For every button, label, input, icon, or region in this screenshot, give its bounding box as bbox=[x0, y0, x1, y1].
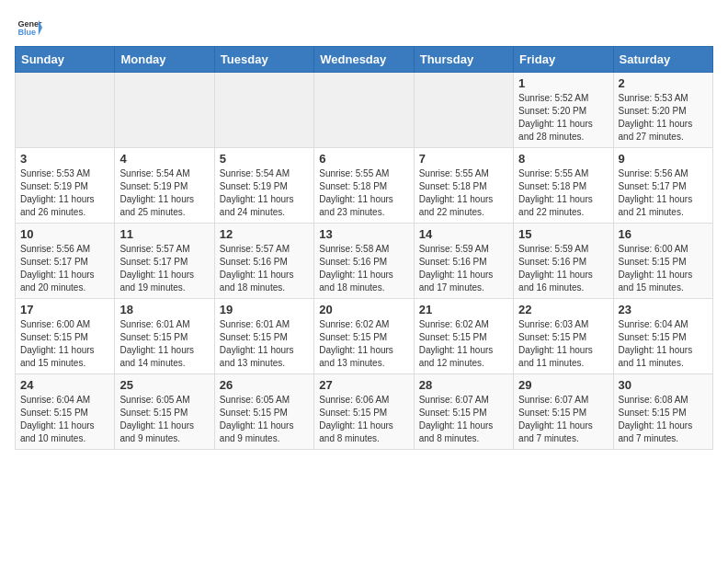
cell-text: Sunset: 5:15 PM bbox=[319, 331, 408, 344]
cell-text: Sunrise: 5:53 AM bbox=[20, 167, 109, 180]
calendar-cell: 7Sunrise: 5:55 AMSunset: 5:18 PMDaylight… bbox=[414, 148, 513, 224]
cell-text: Sunset: 5:15 PM bbox=[20, 331, 109, 344]
calendar-cell: 24Sunrise: 6:04 AMSunset: 5:15 PMDayligh… bbox=[16, 374, 115, 450]
cell-text: Daylight: 11 hours and 18 minutes. bbox=[220, 269, 309, 294]
cell-text: Daylight: 11 hours and 24 minutes. bbox=[220, 193, 309, 219]
calendar-week-3: 10Sunrise: 5:56 AMSunset: 5:17 PMDayligh… bbox=[16, 224, 713, 299]
cell-text: Sunrise: 5:57 AM bbox=[220, 243, 309, 256]
calendar-cell: 11Sunrise: 5:57 AMSunset: 5:17 PMDayligh… bbox=[115, 224, 214, 299]
day-number: 21 bbox=[419, 303, 508, 316]
cell-text: Sunrise: 5:59 AM bbox=[518, 243, 608, 256]
column-header-monday: Monday bbox=[115, 47, 214, 73]
cell-text: Sunset: 5:15 PM bbox=[119, 331, 209, 344]
day-number: 18 bbox=[119, 303, 209, 316]
cell-text: Sunset: 5:17 PM bbox=[619, 180, 708, 193]
calendar-cell: 6Sunrise: 5:55 AMSunset: 5:18 PMDaylight… bbox=[314, 148, 414, 224]
day-number: 15 bbox=[518, 227, 608, 241]
calendar-cell bbox=[314, 73, 414, 148]
cell-text: Sunset: 5:19 PM bbox=[220, 180, 309, 193]
cell-text: Daylight: 11 hours and 13 minutes. bbox=[220, 344, 309, 370]
cell-text: Daylight: 11 hours and 14 minutes. bbox=[119, 344, 209, 370]
cell-text: Sunset: 5:15 PM bbox=[619, 331, 708, 344]
cell-text: Daylight: 11 hours and 25 minutes. bbox=[119, 193, 209, 219]
cell-text: Sunset: 5:16 PM bbox=[319, 256, 408, 269]
calendar-table: SundayMondayTuesdayWednesdayThursdayFrid… bbox=[15, 46, 713, 450]
day-number: 14 bbox=[419, 227, 508, 241]
day-number: 29 bbox=[518, 378, 608, 392]
calendar-cell: 3Sunrise: 5:53 AMSunset: 5:19 PMDaylight… bbox=[16, 148, 115, 224]
day-number: 2 bbox=[619, 76, 708, 90]
calendar-week-2: 3Sunrise: 5:53 AMSunset: 5:19 PMDaylight… bbox=[16, 148, 713, 224]
day-number: 26 bbox=[220, 378, 309, 392]
cell-text: Sunrise: 6:02 AM bbox=[319, 318, 408, 331]
calendar-cell: 4Sunrise: 5:54 AMSunset: 5:19 PMDaylight… bbox=[115, 148, 214, 224]
day-number: 7 bbox=[419, 152, 508, 166]
cell-text: Sunset: 5:15 PM bbox=[20, 407, 109, 419]
logo: General Blue bbox=[15, 15, 42, 40]
day-number: 19 bbox=[220, 303, 309, 316]
cell-text: Daylight: 11 hours and 20 minutes. bbox=[20, 269, 109, 294]
calendar-cell: 29Sunrise: 6:07 AMSunset: 5:15 PMDayligh… bbox=[514, 374, 613, 450]
calendar-cell: 19Sunrise: 6:01 AMSunset: 5:15 PMDayligh… bbox=[214, 299, 313, 374]
calendar-cell: 20Sunrise: 6:02 AMSunset: 5:15 PMDayligh… bbox=[314, 299, 414, 374]
cell-text: Sunset: 5:18 PM bbox=[319, 180, 408, 193]
column-header-thursday: Thursday bbox=[414, 47, 513, 73]
day-number: 30 bbox=[619, 378, 708, 392]
cell-text: Sunset: 5:15 PM bbox=[319, 407, 408, 419]
cell-text: Daylight: 11 hours and 8 minutes. bbox=[319, 419, 408, 445]
cell-text: Sunrise: 6:07 AM bbox=[518, 394, 608, 407]
cell-text: Sunset: 5:15 PM bbox=[419, 407, 508, 419]
column-header-friday: Friday bbox=[514, 47, 613, 73]
cell-text: Sunrise: 5:55 AM bbox=[518, 167, 608, 180]
calendar-cell: 2Sunrise: 5:53 AMSunset: 5:20 PMDaylight… bbox=[613, 73, 712, 148]
cell-text: Daylight: 11 hours and 15 minutes. bbox=[20, 344, 109, 370]
day-number: 27 bbox=[319, 378, 408, 392]
calendar-cell: 22Sunrise: 6:03 AMSunset: 5:15 PMDayligh… bbox=[514, 299, 613, 374]
calendar-cell: 17Sunrise: 6:00 AMSunset: 5:15 PMDayligh… bbox=[16, 299, 115, 374]
cell-text: Daylight: 11 hours and 26 minutes. bbox=[20, 193, 109, 219]
calendar-week-1: 1Sunrise: 5:52 AMSunset: 5:20 PMDaylight… bbox=[16, 73, 713, 148]
day-number: 6 bbox=[319, 152, 408, 166]
day-number: 25 bbox=[119, 378, 209, 392]
cell-text: Sunrise: 5:54 AM bbox=[220, 167, 309, 180]
cell-text: Daylight: 11 hours and 21 minutes. bbox=[619, 193, 708, 219]
calendar-cell bbox=[214, 73, 313, 148]
cell-text: Sunrise: 6:06 AM bbox=[319, 394, 408, 407]
column-header-wednesday: Wednesday bbox=[314, 47, 414, 73]
cell-text: Sunset: 5:15 PM bbox=[119, 407, 209, 419]
calendar-cell: 8Sunrise: 5:55 AMSunset: 5:18 PMDaylight… bbox=[514, 148, 613, 224]
cell-text: Sunset: 5:20 PM bbox=[518, 105, 608, 118]
cell-text: Sunset: 5:20 PM bbox=[619, 105, 708, 118]
cell-text: Sunrise: 5:58 AM bbox=[319, 243, 408, 256]
cell-text: Daylight: 11 hours and 16 minutes. bbox=[518, 269, 608, 294]
column-header-sunday: Sunday bbox=[16, 47, 115, 73]
day-number: 3 bbox=[20, 152, 109, 166]
cell-text: Daylight: 11 hours and 8 minutes. bbox=[419, 419, 508, 445]
calendar-cell: 9Sunrise: 5:56 AMSunset: 5:17 PMDaylight… bbox=[613, 148, 712, 224]
cell-text: Sunset: 5:15 PM bbox=[619, 256, 708, 269]
calendar-cell: 28Sunrise: 6:07 AMSunset: 5:15 PMDayligh… bbox=[414, 374, 513, 450]
cell-text: Daylight: 11 hours and 17 minutes. bbox=[419, 269, 508, 294]
cell-text: Sunset: 5:17 PM bbox=[119, 256, 209, 269]
calendar-cell: 26Sunrise: 6:05 AMSunset: 5:15 PMDayligh… bbox=[214, 374, 313, 450]
cell-text: Daylight: 11 hours and 9 minutes. bbox=[119, 419, 209, 445]
cell-text: Sunrise: 6:05 AM bbox=[119, 394, 209, 407]
day-number: 1 bbox=[518, 76, 608, 90]
cell-text: Sunset: 5:15 PM bbox=[619, 407, 708, 419]
calendar-cell: 14Sunrise: 5:59 AMSunset: 5:16 PMDayligh… bbox=[414, 224, 513, 299]
cell-text: Sunrise: 5:57 AM bbox=[119, 243, 209, 256]
cell-text: Daylight: 11 hours and 13 minutes. bbox=[319, 344, 408, 370]
cell-text: Sunrise: 5:55 AM bbox=[319, 167, 408, 180]
cell-text: Sunrise: 6:02 AM bbox=[419, 318, 508, 331]
cell-text: Daylight: 11 hours and 19 minutes. bbox=[119, 269, 209, 294]
day-number: 11 bbox=[119, 227, 209, 241]
svg-text:Blue: Blue bbox=[17, 28, 36, 37]
cell-text: Sunrise: 5:56 AM bbox=[20, 243, 109, 256]
day-number: 8 bbox=[518, 152, 608, 166]
calendar-cell: 21Sunrise: 6:02 AMSunset: 5:15 PMDayligh… bbox=[414, 299, 513, 374]
cell-text: Daylight: 11 hours and 15 minutes. bbox=[619, 269, 708, 294]
cell-text: Daylight: 11 hours and 22 minutes. bbox=[419, 193, 508, 219]
header: General Blue bbox=[15, 15, 713, 40]
day-number: 16 bbox=[619, 227, 708, 241]
cell-text: Sunrise: 6:01 AM bbox=[119, 318, 209, 331]
